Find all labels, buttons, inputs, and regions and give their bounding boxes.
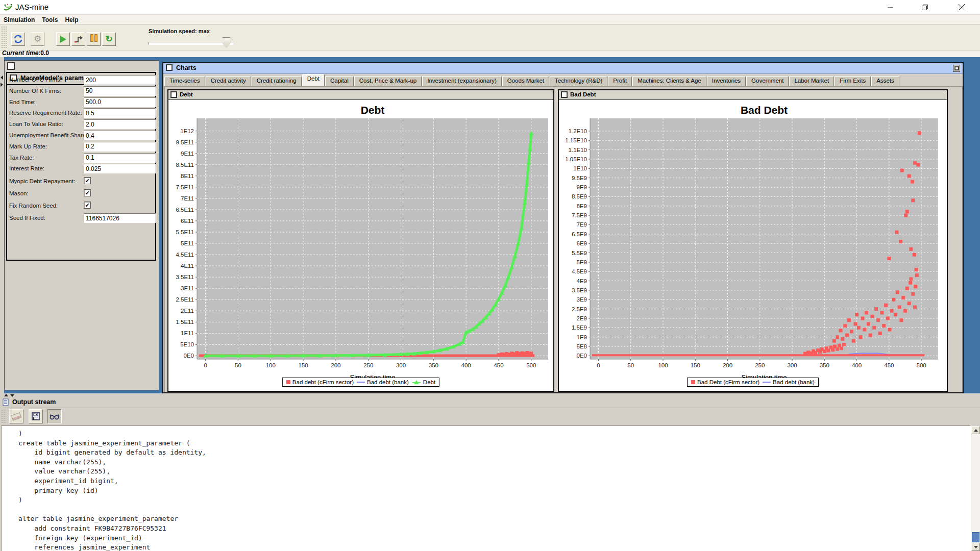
chart-frame-titlebar[interactable]: Bad Debt bbox=[559, 90, 947, 100]
reserve-requirement-rate-field[interactable] bbox=[84, 108, 156, 118]
collapse-down-icon[interactable] bbox=[10, 394, 14, 397]
legend-item: Debt bbox=[412, 379, 435, 385]
close-icon bbox=[958, 4, 965, 11]
save-button[interactable] bbox=[29, 409, 43, 423]
myopic-debt-repayment-checkbox[interactable]: ✔ bbox=[84, 177, 91, 184]
svg-text:5.5E11: 5.5E11 bbox=[176, 229, 194, 235]
simulation-speed-slider[interactable] bbox=[149, 42, 233, 45]
tab-machines-clients-age[interactable]: Machines: Clients & Age bbox=[632, 76, 706, 86]
number-of-k-firms-field[interactable] bbox=[84, 86, 156, 96]
loan-to-value-ratio-field[interactable] bbox=[84, 119, 156, 129]
horizontal-split-divider[interactable] bbox=[0, 393, 980, 397]
chart-debt: Debt0501001502002503003504004505000E05E1… bbox=[168, 100, 553, 391]
collapse-left-icon[interactable] bbox=[1, 76, 3, 80]
chart-frame-titlebar[interactable]: Debt bbox=[168, 90, 553, 100]
tab-credit-rationing[interactable]: Credit rationing bbox=[252, 76, 302, 86]
clear-button[interactable] bbox=[9, 409, 23, 423]
seed-if-fixed-field[interactable] bbox=[84, 213, 156, 223]
reload-icon: ↻ bbox=[105, 35, 112, 43]
tab-debt[interactable]: Debt bbox=[302, 74, 325, 86]
build-model-button[interactable] bbox=[11, 32, 25, 46]
tab-cost-price-mark-up[interactable]: Cost, Price & Mark-up bbox=[354, 76, 422, 86]
menu-simulation[interactable]: Simulation bbox=[0, 15, 38, 23]
step-button[interactable] bbox=[71, 32, 85, 46]
menu-bar: SimulationToolsHelp bbox=[0, 15, 980, 24]
scrollbar-thumb[interactable] bbox=[972, 532, 979, 542]
play-button[interactable] bbox=[56, 32, 70, 46]
app-logo-icon bbox=[3, 3, 13, 12]
output-toolbar-grip[interactable] bbox=[1, 409, 6, 423]
tax-rate-field[interactable] bbox=[84, 153, 156, 163]
parameters-frame: MacroModel's parameters Number Of C Firm… bbox=[4, 60, 159, 390]
interest-rate-field[interactable] bbox=[84, 164, 156, 173]
tab-investment-expansionary[interactable]: Investment (expansionary) bbox=[422, 76, 502, 86]
toolbar-grip[interactable] bbox=[1, 26, 7, 48]
svg-text:1E10: 1E10 bbox=[573, 165, 587, 171]
tab-government[interactable]: Government bbox=[746, 76, 789, 86]
output-stream-panel: Output stream bbox=[0, 397, 980, 551]
line-marker-icon bbox=[763, 382, 771, 383]
param-row-myopic-debt-repayment: Myopic Debt Repayment:✔ bbox=[7, 177, 155, 188]
watch-button[interactable] bbox=[47, 409, 62, 423]
svg-text:0E0: 0E0 bbox=[184, 353, 194, 359]
scroll-up-button[interactable] bbox=[971, 426, 980, 434]
vertical-split-divider[interactable] bbox=[0, 57, 4, 393]
number-of-c-firms-field[interactable] bbox=[84, 75, 156, 85]
parameters-panel: MacroModel's parameters Number Of C Firm… bbox=[6, 72, 156, 261]
svg-text:3E11: 3E11 bbox=[181, 285, 194, 291]
param-label: Mark Up Rate: bbox=[9, 143, 47, 149]
database-button[interactable]: ⚙ bbox=[31, 32, 44, 46]
svg-text:1.5E9: 1.5E9 bbox=[572, 324, 587, 331]
parameters-frame-titlebar[interactable] bbox=[5, 61, 159, 72]
svg-text:1.2E10: 1.2E10 bbox=[569, 128, 587, 134]
pause-icon bbox=[90, 34, 98, 44]
menu-tools[interactable]: Tools bbox=[38, 15, 61, 23]
tab-technology-r-d[interactable]: Technology (R&D) bbox=[550, 76, 607, 86]
restart-button[interactable]: ↻ bbox=[102, 32, 116, 46]
tab-labor-market[interactable]: Labor Market bbox=[789, 76, 834, 86]
mark-up-rate-field[interactable] bbox=[84, 142, 156, 152]
svg-text:100: 100 bbox=[266, 362, 276, 368]
mason-checkbox[interactable]: ✔ bbox=[84, 189, 91, 196]
output-text-area[interactable]: ) create table jasmine_experiment_parame… bbox=[1, 425, 971, 551]
maximize-icon bbox=[954, 66, 959, 70]
slider-thumb[interactable] bbox=[223, 37, 230, 48]
charts-frame-titlebar[interactable]: Charts bbox=[163, 63, 963, 74]
param-label: Reserve Requirement Rate: bbox=[9, 110, 82, 116]
tab-capital[interactable]: Capital bbox=[325, 76, 354, 86]
tab-goods-market[interactable]: Goods Market bbox=[502, 76, 549, 86]
tab-firm-exits[interactable]: Firm Exits bbox=[835, 76, 871, 86]
minimize-button[interactable] bbox=[878, 0, 902, 14]
window-icon bbox=[561, 91, 568, 98]
svg-text:9E9: 9E9 bbox=[577, 184, 587, 190]
param-label: Seed If Fixed: bbox=[9, 215, 45, 221]
param-row-number-of-k-firms: Number Of K Firms: bbox=[7, 86, 155, 97]
arrow-down-icon bbox=[974, 546, 978, 548]
tab-time-series[interactable]: Time-series bbox=[164, 76, 205, 86]
pause-button[interactable] bbox=[87, 32, 101, 46]
close-button[interactable] bbox=[950, 0, 973, 14]
expand-left-icon[interactable] bbox=[1, 83, 3, 87]
param-label: Mason: bbox=[9, 190, 29, 196]
tab-assets[interactable]: Assets bbox=[871, 76, 899, 86]
tab-profit[interactable]: Profit bbox=[608, 76, 632, 86]
scroll-down-button[interactable] bbox=[971, 543, 980, 551]
tab-credit-activity[interactable]: Credit activity bbox=[206, 76, 251, 86]
param-row-fix-random-seed: Fix Random Seed:✔ bbox=[7, 201, 155, 212]
end-time-field[interactable] bbox=[84, 97, 156, 107]
triangle-marker-icon bbox=[412, 380, 421, 385]
svg-text:4.5E11: 4.5E11 bbox=[176, 252, 194, 258]
svg-text:5E11: 5E11 bbox=[181, 240, 194, 246]
fix-random-seed-checkbox[interactable]: ✔ bbox=[84, 202, 91, 209]
svg-text:300: 300 bbox=[787, 362, 797, 368]
svg-text:9.5E9: 9.5E9 bbox=[572, 175, 587, 181]
svg-text:50: 50 bbox=[235, 362, 241, 368]
unemployment-benefit-share-field[interactable] bbox=[84, 131, 156, 140]
restore-button[interactable] bbox=[913, 0, 937, 14]
maximize-button[interactable] bbox=[953, 65, 960, 72]
expand-up-icon[interactable] bbox=[4, 394, 8, 396]
tab-inventories[interactable]: Inventories bbox=[707, 76, 746, 86]
output-scrollbar[interactable] bbox=[971, 426, 980, 551]
svg-text:300: 300 bbox=[396, 362, 406, 368]
menu-help[interactable]: Help bbox=[61, 15, 82, 23]
